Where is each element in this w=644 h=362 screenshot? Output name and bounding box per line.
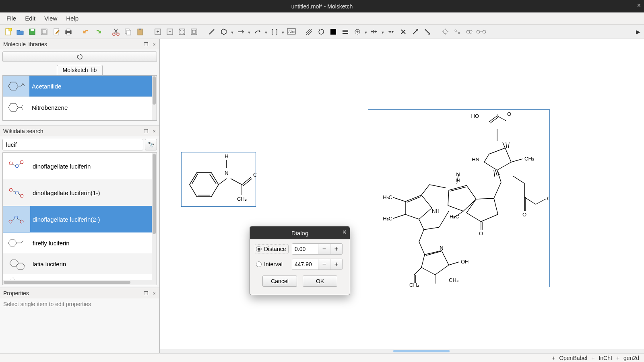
zoom-fit-icon[interactable] [176, 26, 188, 37]
text-label-tool-icon[interactable]: Abc [286, 26, 297, 37]
svg-marker-22 [221, 29, 226, 35]
canvas-scrollbar-horizontal[interactable] [160, 349, 644, 353]
status-item: OpenBabel [559, 355, 587, 361]
redo-icon[interactable] [93, 26, 104, 37]
panel-close-icon[interactable]: × [151, 128, 158, 135]
curved-arrow-tool-icon[interactable] [252, 26, 263, 37]
save-file-icon[interactable] [27, 26, 38, 37]
interval-increment-button[interactable]: + [330, 259, 342, 269]
wikidata-result-label: dinoflagellate luciferin(2-) [30, 216, 100, 223]
curved-arrow-dropdown-icon[interactable]: ▼ [264, 29, 268, 35]
atom-label: CH₃ [524, 156, 534, 162]
align-tool-icon[interactable] [410, 26, 421, 37]
newman-tool-icon[interactable] [440, 26, 451, 37]
panel-undock-icon[interactable]: ❐ [142, 290, 150, 297]
mirror-tool-icon[interactable] [422, 26, 433, 37]
atom-label: NH [432, 208, 440, 214]
menu-file[interactable]: File [2, 13, 20, 23]
molecule-thumbnail-icon [3, 153, 30, 179]
menu-help[interactable]: Help [62, 13, 83, 23]
panel-close-icon[interactable]: × [151, 41, 158, 48]
atom-label: OH [461, 259, 469, 265]
distance-decrement-button[interactable]: − [318, 244, 330, 254]
draw-tool-icon[interactable] [206, 26, 217, 37]
panel-undock-icon[interactable]: ❐ [142, 41, 150, 48]
ok-button[interactable]: OK [303, 276, 337, 287]
tab-molsketch-lib[interactable]: Molsketch_lib [57, 65, 103, 75]
scrollbar-horizontal[interactable] [3, 280, 152, 285]
menu-edit[interactable]: Edit [21, 13, 39, 23]
distance-increment-button[interactable]: + [330, 244, 342, 254]
statusbar: + OpenBabel + InChI + gen2d [0, 353, 644, 362]
toolbar-overflow-icon[interactable]: ▶ [634, 27, 642, 37]
molecule-library-list: Acetanilide Nitrobenzene [2, 75, 157, 121]
library-item-nitrobenzene[interactable]: Nitrobenzene [3, 97, 157, 118]
atom-label: OH [547, 195, 550, 202]
hydrogen-dropdown-icon[interactable]: ▼ [381, 29, 385, 35]
undo-icon[interactable] [80, 26, 92, 37]
menu-view[interactable]: View [40, 13, 61, 23]
ring-tool-icon[interactable] [464, 26, 475, 37]
bracket-dropdown-icon[interactable]: ▼ [281, 29, 285, 35]
paste-icon[interactable] [134, 26, 146, 37]
interval-input[interactable] [292, 259, 318, 269]
new-file-icon[interactable] [2, 26, 14, 37]
charge-tool-icon[interactable] [352, 26, 363, 37]
wikidata-result-item[interactable]: firefly luciferin [3, 232, 157, 253]
panel-close-icon[interactable]: × [151, 290, 158, 297]
chain-tool-icon[interactable] [452, 26, 463, 37]
window-close-icon[interactable]: × [637, 2, 641, 9]
line-style-icon[interactable] [340, 26, 351, 37]
hexagon-dropdown-icon[interactable]: ▼ [230, 29, 234, 35]
wikidata-search-input[interactable] [2, 139, 143, 150]
scrollbar-vertical[interactable] [152, 76, 157, 120]
explicit-h-tool-icon[interactable] [476, 26, 487, 37]
arrow-dropdown-icon[interactable]: ▼ [247, 29, 251, 35]
wikidata-results-list: dinoflagellate luciferin dinoflagellate … [2, 152, 157, 285]
wikidata-result-item[interactable]: dinoflagellate luciferin(1-) [3, 179, 157, 206]
edit-icon[interactable] [51, 26, 62, 37]
print-icon[interactable] [63, 26, 74, 37]
radio-icon [256, 246, 262, 252]
delete-atom-icon[interactable] [398, 26, 409, 37]
dialog-close-icon[interactable]: × [342, 228, 347, 237]
copy-icon[interactable] [122, 26, 134, 37]
refresh-libraries-button[interactable] [2, 51, 157, 62]
atom-label: CH₂ [409, 282, 419, 288]
svg-marker-61 [466, 198, 498, 222]
panel-undock-icon[interactable]: ❐ [142, 128, 150, 135]
radio-interval[interactable]: Interval [255, 260, 289, 269]
zoom-reset-icon[interactable] [188, 26, 200, 37]
zoom-in-icon[interactable]: + [152, 26, 163, 37]
sidebar: Molecule libraries ❐ × Molsketch_lib Ace… [0, 39, 160, 353]
hatch-tool-icon[interactable] [303, 26, 315, 37]
cancel-button[interactable]: Cancel [262, 276, 297, 287]
arrow-tool-icon[interactable] [235, 26, 246, 37]
svg-rect-13 [138, 29, 142, 35]
save-as-icon[interactable] [39, 26, 50, 37]
radio-distance[interactable]: Distance [255, 245, 289, 253]
svg-rect-14 [139, 29, 141, 30]
hexagon-tool-icon[interactable] [218, 26, 229, 37]
wikidata-result-item[interactable]: dinoflagellate luciferin(2-) [3, 206, 157, 232]
open-file-icon[interactable] [14, 26, 26, 37]
atom-label: N [225, 170, 228, 176]
charge-dropdown-icon[interactable]: ▼ [364, 29, 368, 35]
rotate-tool-icon[interactable] [316, 26, 327, 37]
hydrogen-tool-icon[interactable]: H+ [369, 26, 380, 37]
zoom-out-icon[interactable]: − [164, 26, 175, 37]
wikidata-search-button[interactable]: 🔭 [145, 139, 157, 150]
bracket-tool-icon[interactable] [269, 26, 280, 37]
wikidata-result-item[interactable]: dinoflagellate luciferin [3, 153, 157, 179]
library-item-acetanilide[interactable]: Acetanilide [3, 76, 157, 97]
color-swatch-icon[interactable] [328, 26, 339, 37]
interval-decrement-button[interactable]: − [318, 259, 330, 269]
atom-label: H [456, 177, 460, 183]
lone-pair-tool-icon[interactable] [386, 26, 397, 37]
dialog-titlebar[interactable]: Dialog × [250, 226, 350, 239]
scrollbar-vertical[interactable] [152, 153, 157, 285]
distance-input[interactable] [292, 244, 318, 254]
cut-icon[interactable] [110, 26, 122, 37]
drawing-canvas[interactable]: H N O CH₃ [160, 39, 644, 353]
svg-marker-60 [448, 185, 476, 211]
